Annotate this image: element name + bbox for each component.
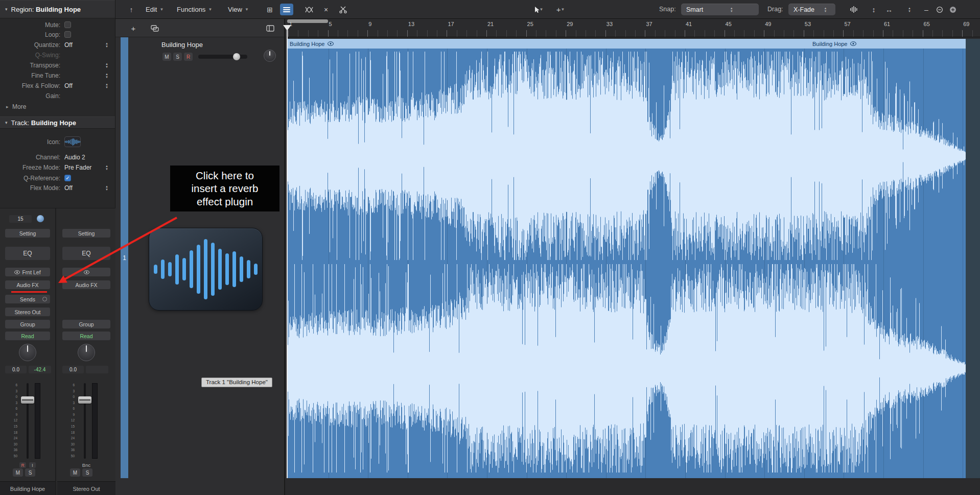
peak-value[interactable] [86,366,108,373]
fine-tune-stepper[interactable]: ▲▼ [105,73,108,79]
automation-mode-button[interactable]: Read [5,332,50,340]
zoom-slider-min-icon: – [920,4,933,15]
group-slot[interactable]: Group [62,320,110,328]
strip-name-output: Stereo Out [57,481,115,495]
slider-handle[interactable] [233,53,240,60]
zoom-fit-button[interactable] [847,4,860,15]
snap-label: Snap: [659,0,676,18]
level-meter [92,383,98,459]
drag-select[interactable]: X-Fade ▲▼ [788,4,835,15]
crossfade-tool-button[interactable] [302,4,316,15]
track-inspector-header[interactable]: ▾ Track: Building Hope [0,116,115,129]
zoom-out-button[interactable] [933,4,946,15]
region-row-mute: Mute: [0,20,115,30]
volume-fader[interactable] [84,383,86,459]
horizontal-zoom-button[interactable]: ↔ [882,4,896,15]
zoom-out-icon [936,6,943,13]
split-scissors-button[interactable] [336,4,349,15]
volume-value[interactable]: 0.0 [62,366,84,373]
list-view-button[interactable] [280,4,293,15]
track-mute-button[interactable]: M [162,53,171,61]
record-enable-button[interactable]: R [19,462,26,468]
hide-inspector-button[interactable]: ↑ [125,4,138,15]
track-header-config-button[interactable] [264,22,277,34]
volume-fader[interactable] [27,383,29,459]
crosshair-tool-dropdown[interactable]: +▼ [551,4,570,15]
region-row-qswing: Q-Swing: [0,50,115,60]
quantize-stepper[interactable]: ▲▼ [105,42,108,48]
snap-select[interactable]: Smart ▲▼ [681,4,759,15]
track-tooltip: Track 1 "Building Hope" [201,378,272,387]
bar-ruler[interactable]: 159131721252933374145495357616569 [286,19,980,37]
zoom-in-icon [949,6,956,13]
q-reference-checkbox[interactable]: ✓ [64,175,71,181]
loop-checkbox[interactable] [64,31,71,38]
strip-name-track: Building Hope [0,481,55,495]
track-record-button[interactable]: R [184,53,193,61]
gain-knob[interactable] [37,215,44,222]
ruler-bar-number: 65 [924,21,930,27]
ruler-bar-number: 49 [765,21,771,27]
peak-value[interactable]: -42.4 [29,366,51,373]
zoom-in-button[interactable] [946,4,960,15]
add-track-button[interactable]: + [127,22,140,34]
disclosure-chevron-icon: ▾ [5,120,8,125]
output-format-button[interactable]: Frnt Lef [5,268,50,276]
track-name[interactable]: Building Hope [161,41,203,49]
mute-checkbox[interactable] [64,21,71,28]
chevron-down-icon: ▼ [245,7,249,12]
flex-follow-stepper[interactable]: ▲▼ [105,83,108,89]
strip-solo-button[interactable]: S [82,468,92,477]
strip-solo-button[interactable]: S [25,468,35,477]
audio-fx-slot[interactable]: Audio FX [5,280,50,289]
annotation-arrow [51,209,184,291]
input-monitor-button[interactable]: I [29,462,36,468]
sends-slot[interactable]: Sends [5,295,50,303]
automation-mode-button[interactable]: Read [62,332,110,340]
setting-button[interactable]: Setting [5,229,50,238]
menu-view[interactable]: View▼ [228,0,249,18]
eq-slot[interactable]: EQ [5,247,50,260]
playhead-line [287,29,288,478]
strip-mute-button[interactable]: M [13,468,23,477]
strip-mute-button[interactable]: M [70,468,80,477]
track-icon-button[interactable] [64,136,81,147]
ruler-bar-number: 13 [408,21,414,27]
zoom-stepper[interactable]: ▲▼ [901,4,914,15]
freeze-mode-stepper[interactable]: ▲▼ [105,164,108,171]
group-slot[interactable]: Group [5,320,50,328]
pan-knob[interactable] [78,344,95,361]
channel-strip-track: 15 Setting EQ Frnt Lef Audio FX Sends St… [0,208,56,495]
region-header[interactable]: Building Hope Building Hope [287,39,966,49]
join-tool-button[interactable]: × [319,4,333,15]
output-slot[interactable]: Stereo Out [5,308,50,316]
record-input-row: R I [0,462,55,468]
bounce-label[interactable]: Bnc [57,462,115,468]
flex-mode-stepper[interactable]: ▲▼ [105,185,108,191]
crossfade-icon [305,7,313,13]
ruler-bar-number: 29 [567,21,573,27]
select-stepper-icon: ▲▼ [824,7,827,13]
track-pan-knob[interactable] [264,50,276,62]
menu-edit[interactable]: Edit▼ [146,0,164,18]
pan-knob[interactable] [19,344,36,361]
grid-view-button[interactable]: ⊞ [263,4,276,15]
menu-functions[interactable]: Functions▼ [177,0,212,18]
list-icon [283,7,290,13]
volume-value[interactable]: 0.0 [5,366,27,373]
transpose-stepper[interactable]: ▲▼ [105,62,108,68]
region-more-row[interactable]: ▸ More [0,102,115,112]
track-volume-slider[interactable] [198,55,247,59]
gain-value-field[interactable]: 15 [9,215,32,223]
fader-handle[interactable] [21,396,34,404]
fader-handle[interactable] [78,396,91,404]
horizontal-scrollbar[interactable] [287,19,328,23]
region-inspector-header[interactable]: ▾ Region: Building Hope [0,0,115,18]
pointer-tool-dropdown[interactable]: ▼ [529,4,548,15]
audio-region[interactable]: Building Hope Building Hope [287,39,966,478]
waveform-canvas[interactable] [287,49,966,478]
vertical-zoom-button[interactable]: ↕ [867,4,880,15]
track-row-flex-mode: Flex Mode: Off ▲▼ [0,183,115,193]
duplicate-track-button[interactable] [148,22,161,34]
track-solo-button[interactable]: S [173,53,182,61]
